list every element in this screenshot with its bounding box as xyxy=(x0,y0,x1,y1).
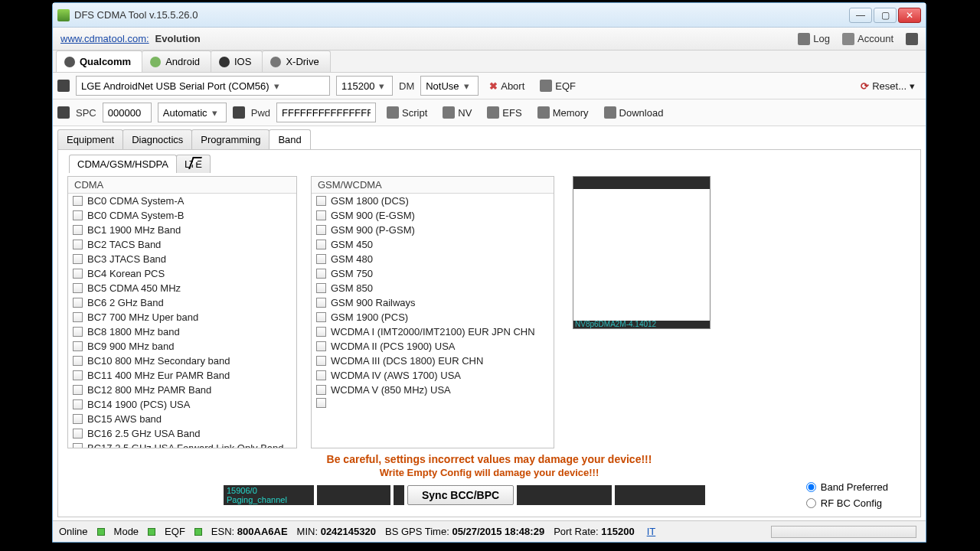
checkbox[interactable] xyxy=(316,327,326,337)
checkbox[interactable] xyxy=(316,196,326,206)
checkbox[interactable] xyxy=(73,429,83,439)
list-item[interactable]: BC11 400 MHz Eur PAMR Band xyxy=(68,368,296,383)
log-button[interactable]: Log xyxy=(798,33,830,45)
tab-band[interactable]: Band xyxy=(269,129,310,149)
list-item[interactable]: GSM 900 (P-GSM) xyxy=(312,223,554,237)
abort-button[interactable]: ✖Abort xyxy=(485,78,529,94)
checkbox[interactable] xyxy=(316,312,326,322)
list-item[interactable]: WCDMA I (IMT2000/IMT2100) EUR JPN CHN xyxy=(312,324,554,339)
checkbox[interactable] xyxy=(316,370,326,380)
list-item[interactable]: BC0 CDMA System-B xyxy=(68,208,296,223)
website-link[interactable]: www.cdmatool.com: xyxy=(60,33,149,44)
list-item[interactable]: BC8 1800 MHz band xyxy=(68,324,296,339)
checkbox[interactable] xyxy=(73,254,83,264)
list-item[interactable]: WCDMA IV (AWS 1700) USA xyxy=(312,368,554,383)
tab-ios[interactable]: IOS xyxy=(211,51,263,72)
checkbox[interactable] xyxy=(73,399,83,409)
list-item[interactable]: GSM 450 xyxy=(312,237,554,252)
checkbox[interactable] xyxy=(316,356,326,366)
list-item[interactable]: BC2 TACS Band xyxy=(68,237,296,252)
checkbox[interactable] xyxy=(73,269,83,279)
checkbox[interactable] xyxy=(73,283,83,293)
checkbox[interactable] xyxy=(316,298,326,308)
checkbox[interactable] xyxy=(316,254,326,264)
radio-band-preferred[interactable]: Band Preferred xyxy=(806,481,888,493)
list-item[interactable]: BC6 2 GHz Band xyxy=(68,295,296,310)
checkbox[interactable] xyxy=(316,240,326,249)
list-item[interactable]: GSM 1900 (PCS) xyxy=(312,310,554,324)
account-button[interactable]: Account xyxy=(842,33,893,45)
list-item[interactable]: BC4 Korean PCS xyxy=(68,266,296,281)
close-button[interactable]: ✕ xyxy=(898,8,921,23)
checkbox[interactable] xyxy=(73,327,83,337)
list-item[interactable]: BC14 1900 (PCS) USA xyxy=(68,397,296,412)
port-select[interactable]: LGE AndroidNet USB Serial Port (COM56) xyxy=(76,76,330,96)
list-item[interactable]: GSM 1800 (DCS) xyxy=(312,194,554,208)
spc-input[interactable] xyxy=(103,103,152,122)
checkbox[interactable] xyxy=(316,385,326,395)
it-link[interactable]: IT xyxy=(647,526,656,537)
tab-xdrive[interactable]: X-Drive xyxy=(262,51,330,72)
checkbox[interactable] xyxy=(316,210,326,220)
list-item[interactable]: BC16 2.5 GHz USA Band xyxy=(68,426,296,441)
speech-icon[interactable] xyxy=(906,33,918,45)
minimize-button[interactable]: — xyxy=(849,8,872,23)
list-item[interactable]: BC10 800 MHz Secondary band xyxy=(68,354,296,368)
checkbox[interactable] xyxy=(73,356,83,366)
list-item[interactable]: GSM 850 xyxy=(312,281,554,295)
checkbox[interactable] xyxy=(73,370,83,380)
efs-button[interactable]: EFS xyxy=(482,104,526,121)
spc-mode-select[interactable]: Automatic xyxy=(158,103,227,122)
tab-equipment[interactable]: Equipment xyxy=(57,129,123,149)
checkbox[interactable] xyxy=(73,210,83,220)
checkbox[interactable] xyxy=(73,385,83,395)
eqf-button[interactable]: EQF xyxy=(535,77,580,94)
list-item[interactable]: GSM 900 (E-GSM) xyxy=(312,208,554,223)
list-item[interactable]: BC12 800 MHz PAMR Band xyxy=(68,383,296,397)
list-item[interactable]: GSM 480 xyxy=(312,252,554,266)
tab-programming[interactable]: Programming xyxy=(191,129,270,149)
checkbox[interactable] xyxy=(73,196,83,206)
list-item[interactable]: BC9 900 MHz band xyxy=(68,339,296,354)
tab-android[interactable]: Android xyxy=(142,51,211,72)
tab-diagnostics[interactable]: Diagnoctics xyxy=(122,129,192,149)
checkbox[interactable] xyxy=(73,414,83,424)
subtab-cdma-gsm-hsdpa[interactable]: CDMA/GSM/HSDPA xyxy=(69,155,177,173)
memory-button[interactable]: Memory xyxy=(533,104,593,121)
checkbox[interactable] xyxy=(316,398,326,408)
checkbox[interactable] xyxy=(73,443,83,448)
list-item[interactable]: BC7 700 MHz Uper band xyxy=(68,310,296,324)
checkbox[interactable] xyxy=(73,225,83,235)
checkbox[interactable] xyxy=(73,298,83,308)
checkbox[interactable] xyxy=(316,225,326,235)
checkbox[interactable] xyxy=(316,269,326,279)
list-item[interactable]: BC17 2.5 GHz USA Forward Link Only Band xyxy=(68,441,296,448)
sync-button[interactable]: Sync BCC/BPC xyxy=(407,485,514,505)
nv-button[interactable]: NV xyxy=(438,104,476,121)
baud-select[interactable]: 115200 xyxy=(336,76,393,96)
list-item[interactable]: BC5 CDMA 450 MHz xyxy=(68,281,296,295)
checkbox[interactable] xyxy=(316,283,326,293)
list-item[interactable]: GSM 900 Railways xyxy=(312,295,554,310)
download-button[interactable]: Download xyxy=(599,104,668,121)
tab-qualcomm[interactable]: Qualcomm xyxy=(56,51,142,72)
radio-rf-bc-config[interactable]: RF BC Config xyxy=(806,497,888,509)
list-item[interactable]: WCDMA III (DCS 1800) EUR CHN xyxy=(312,354,554,368)
list-item[interactable]: WCDMA II (PCS 1900) USA xyxy=(312,339,554,354)
dm-select[interactable]: NotUse xyxy=(420,76,479,96)
maximize-button[interactable]: ▢ xyxy=(874,8,897,23)
script-button[interactable]: Script xyxy=(382,104,432,121)
list-item[interactable]: BC15 AWS band xyxy=(68,412,296,426)
list-item[interactable]: BC1 1900 MHz Band xyxy=(68,223,296,237)
checkbox[interactable] xyxy=(73,341,83,351)
checkbox[interactable] xyxy=(73,312,83,322)
list-item[interactable]: BC3 JTACS Band xyxy=(68,252,296,266)
reset-button[interactable]: ⟳Reset...▾ xyxy=(854,77,921,95)
pwd-input[interactable] xyxy=(276,103,376,122)
list-item[interactable]: BC0 CDMA System-A xyxy=(68,194,296,208)
list-item[interactable]: GSM 750 xyxy=(312,266,554,281)
list-item[interactable] xyxy=(312,397,554,409)
checkbox[interactable] xyxy=(73,240,83,249)
list-item[interactable]: WCDMA V (850 MHz) USA xyxy=(312,383,554,397)
checkbox[interactable] xyxy=(316,341,326,351)
